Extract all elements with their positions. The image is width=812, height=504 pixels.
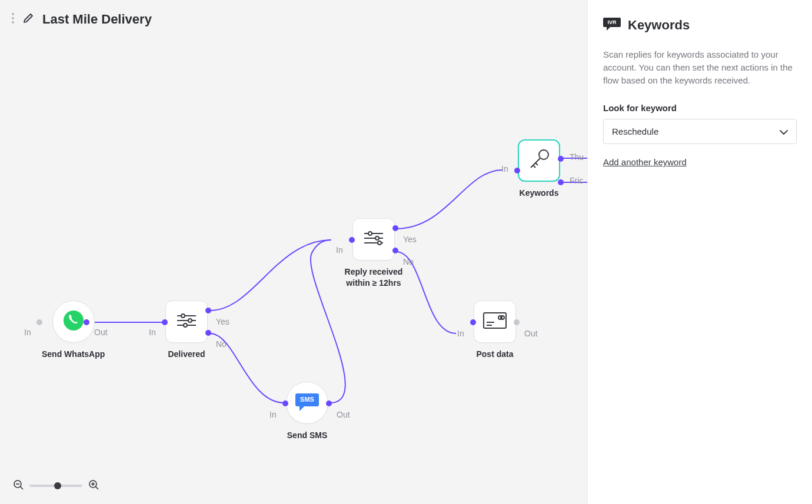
port-label-in: In (24, 328, 31, 337)
port-out[interactable] (84, 319, 89, 325)
port-no[interactable] (205, 330, 211, 336)
node-label: Send SMS (286, 430, 328, 441)
port-label-out-1: Thu (570, 152, 584, 162)
panel-description: Scan replies for keywords associated to … (603, 48, 797, 86)
port-out-2[interactable] (558, 179, 564, 185)
port-out[interactable] (326, 400, 332, 406)
node-label: Post data (474, 349, 516, 360)
port-in[interactable] (36, 319, 42, 325)
add-keyword-link[interactable]: Add another keyword (603, 157, 687, 167)
node-send-whatsapp[interactable]: Send WhatsApp In Out (42, 301, 105, 360)
ivr-badge-icon: IVR (603, 16, 621, 34)
card-icon (482, 312, 507, 332)
svg-text:SMS: SMS (300, 396, 314, 403)
svg-line-24 (533, 165, 535, 168)
port-label-in: In (269, 410, 277, 419)
port-label-yes: Yes (216, 317, 229, 326)
svg-text:IVR: IVR (607, 19, 617, 25)
svg-point-0 (12, 13, 14, 15)
port-out[interactable] (514, 319, 520, 325)
node-keywords[interactable]: Keywords In Thu Fric (518, 139, 560, 199)
port-in[interactable] (349, 237, 355, 243)
node-label: Keywords (518, 188, 560, 199)
more-options-icon[interactable] (12, 13, 14, 26)
svg-point-5 (181, 314, 185, 318)
sms-icon: SMS (295, 391, 320, 415)
svg-line-25 (535, 163, 538, 165)
svg-point-13 (375, 236, 379, 240)
keyword-field-label: Look for keyword (603, 103, 797, 113)
port-label-in: In (457, 329, 464, 338)
node-delivered[interactable]: Delivered In Yes No (165, 301, 208, 360)
node-post-data[interactable]: Post data In Out (474, 301, 516, 360)
port-out-1[interactable] (558, 156, 564, 162)
svg-rect-17 (484, 313, 506, 328)
chevron-down-icon (780, 126, 788, 136)
svg-point-22 (539, 150, 548, 159)
svg-point-2 (12, 21, 14, 23)
port-yes[interactable] (205, 308, 211, 313)
port-in[interactable] (470, 319, 476, 325)
port-label-no: No (216, 339, 227, 349)
port-label-in: In (336, 245, 343, 255)
keyword-select[interactable]: Reschedule (603, 119, 797, 144)
port-label-out: Out (524, 329, 538, 338)
edit-icon[interactable] (22, 12, 34, 26)
sliders-icon (175, 312, 198, 331)
port-in[interactable] (514, 168, 520, 173)
svg-line-30 (96, 487, 99, 490)
svg-point-15 (378, 241, 381, 245)
zoom-control (13, 479, 99, 492)
port-label-no: No (403, 257, 414, 266)
keyword-select-value: Reschedule (612, 126, 658, 136)
svg-line-23 (531, 158, 540, 168)
node-label: Reply received within ≥ 12hrs (335, 266, 412, 289)
port-label-out: Out (337, 410, 350, 419)
port-no[interactable] (392, 248, 398, 253)
panel-title: Keywords (628, 18, 690, 33)
key-icon (526, 146, 552, 175)
flow-title: Last Mile Delivery (42, 12, 152, 27)
node-send-sms[interactable]: SMS Send SMS In Out (286, 382, 328, 441)
svg-point-11 (368, 232, 372, 235)
svg-point-7 (188, 319, 192, 322)
svg-point-1 (12, 17, 14, 19)
port-yes[interactable] (392, 225, 398, 231)
svg-line-27 (21, 487, 24, 490)
port-label-out: Out (94, 328, 108, 337)
port-label-in: In (501, 164, 508, 173)
sliders-icon (362, 230, 385, 249)
node-label: Send WhatsApp (42, 349, 105, 360)
properties-panel: IVR Keywords Scan replies for keywords a… (587, 0, 812, 504)
port-label-yes: Yes (403, 235, 417, 244)
whatsapp-icon (62, 309, 85, 334)
port-label-in: In (149, 328, 156, 337)
zoom-in-icon[interactable] (88, 479, 99, 492)
node-reply-received[interactable]: Reply received within ≥ 12hrs In Yes No (352, 218, 395, 289)
port-label-out-2: Fric (570, 176, 583, 185)
node-label: Delivered (165, 349, 208, 360)
zoom-slider[interactable] (29, 485, 82, 487)
port-in[interactable] (282, 400, 288, 406)
svg-point-9 (184, 323, 187, 327)
svg-point-3 (64, 311, 84, 331)
zoom-out-icon[interactable] (13, 479, 24, 492)
port-in[interactable] (162, 319, 168, 325)
